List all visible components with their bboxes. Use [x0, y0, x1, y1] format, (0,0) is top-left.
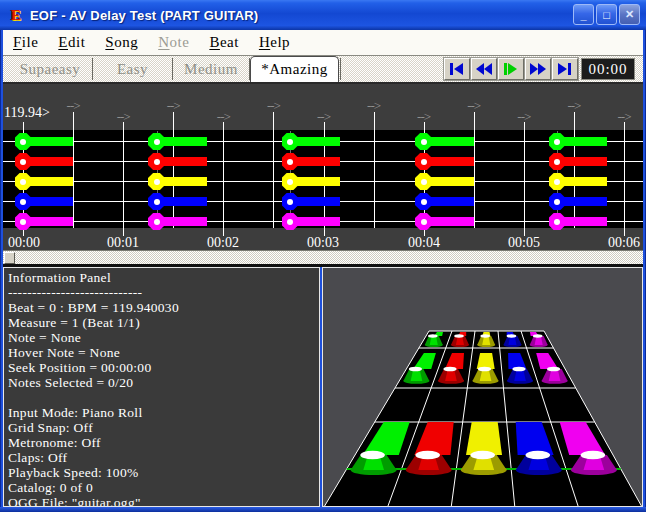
note-gem-center-dot	[20, 179, 26, 185]
gem-top-highlight	[533, 334, 543, 337]
scrollbar-thumb[interactable]	[4, 252, 15, 264]
timeline-label: 00:05	[501, 235, 547, 251]
gem-top-highlight	[581, 451, 606, 460]
title-bar[interactable]: E EOF - AV Delay Test (PART GUITAR) _ □ …	[0, 0, 646, 30]
note-gem-center-dot	[20, 199, 26, 205]
beat-arrow-icon: -->	[611, 111, 637, 122]
tab-easy[interactable]: Easy	[93, 56, 172, 82]
right-triangle-bar-icon	[557, 63, 573, 75]
note-gem[interactable]	[148, 153, 165, 170]
note-gem-center-dot	[421, 199, 427, 205]
beat-arrow-icon: -->	[311, 111, 337, 122]
tab-separator	[249, 58, 250, 80]
menu-item-help[interactable]: Help	[249, 34, 300, 51]
double-left-triangle-icon	[476, 63, 492, 75]
menu-bar: FileEditSongNoteBeatHelp	[3, 30, 643, 56]
time-display: 00:00	[581, 58, 635, 80]
tab-amazing[interactable]: *Amazing	[250, 56, 339, 82]
note-gem[interactable]	[148, 173, 165, 190]
beat-line	[173, 112, 174, 228]
seek-scrollbar[interactable]	[3, 250, 643, 264]
fast-forward-button[interactable]	[525, 58, 551, 80]
note-gem-center-dot	[554, 199, 560, 205]
note-gem[interactable]	[15, 153, 32, 170]
window-bottom-border	[0, 507, 646, 512]
sustain-trail-3d	[466, 422, 502, 455]
beat-line	[574, 112, 575, 228]
tab-medium[interactable]: Medium	[173, 56, 249, 82]
menu-item-song[interactable]: Song	[95, 34, 148, 51]
note-gem[interactable]	[148, 213, 165, 230]
beat-arrow-icon: -->	[461, 100, 487, 111]
gem-top-highlight	[409, 367, 422, 372]
beat-line	[223, 122, 224, 236]
menu-item-file[interactable]: File	[3, 34, 48, 51]
beat-arrow-icon: -->	[260, 100, 286, 111]
beat-line	[73, 112, 74, 228]
beat-line	[273, 112, 274, 228]
menu-item-edit[interactable]: Edit	[48, 34, 95, 51]
beat-arrow-icon: -->	[110, 111, 136, 122]
double-right-triangle-icon	[530, 63, 546, 75]
minimize-button[interactable]: _	[573, 4, 594, 25]
note-gem-center-dot	[20, 139, 26, 145]
note-gem-center-dot	[421, 139, 427, 145]
timeline-label: 00:03	[300, 235, 346, 251]
app-icon: E	[8, 7, 24, 23]
note-gem-center-dot	[154, 179, 160, 185]
bar-right-triangle-icon	[503, 63, 519, 75]
tab-supaeasy[interactable]: Supaeasy	[8, 56, 92, 82]
gem-top-highlight	[547, 367, 560, 372]
beat-arrow-icon: -->	[561, 100, 587, 111]
beat-arrow-icon: -->	[160, 100, 186, 111]
timeline-label: 00:00	[3, 235, 47, 251]
beat-line	[374, 112, 375, 228]
gem-top-highlight	[454, 334, 464, 337]
timeline-label: 00:04	[401, 235, 447, 251]
menu-item-note[interactable]: Note	[148, 34, 199, 51]
gem-top-highlight	[480, 334, 490, 337]
note-gem-center-dot	[287, 139, 293, 145]
fretboard-3d	[323, 268, 642, 506]
tab-separator	[172, 58, 173, 80]
difficulty-tab-strip: 00:00 SupaeasyEasyMedium*Amazing	[3, 56, 643, 84]
go-to-end-button[interactable]	[552, 58, 578, 80]
note-gem-center-dot	[287, 199, 293, 205]
note-gem-center-dot	[20, 159, 26, 165]
note-gem[interactable]	[148, 133, 165, 150]
note-gem-center-dot	[287, 179, 293, 185]
beat-arrow-icon: -->	[411, 111, 437, 122]
go-to-start-button[interactable]	[444, 58, 470, 80]
note-gem-center-dot	[287, 159, 293, 165]
gem-top-highlight	[415, 451, 440, 460]
gem-top-highlight	[360, 451, 385, 460]
menu-item-beat[interactable]: Beat	[199, 34, 249, 51]
3d-preview-panel	[322, 267, 643, 507]
tab-separator	[340, 58, 341, 80]
note-gem[interactable]	[148, 193, 165, 210]
note-gem[interactable]	[15, 213, 32, 230]
note-gem-center-dot	[554, 219, 560, 225]
gem-top-highlight	[470, 451, 495, 460]
timeline-label: 00:01	[100, 235, 146, 251]
timeline-label: 00:02	[200, 235, 246, 251]
maximize-button[interactable]: □	[596, 4, 617, 25]
gem-top-highlight	[443, 367, 456, 372]
note-gem-center-dot	[554, 139, 560, 145]
beat-arrow-icon: -->	[361, 100, 387, 111]
beat-line	[474, 112, 475, 228]
piano-roll-editor[interactable]: 119.94> -->-->-->-->-->-->-->-->-->-->--…	[3, 84, 643, 264]
eof-application-window: E EOF - AV Delay Test (PART GUITAR) _ □ …	[0, 0, 646, 512]
note-gem-center-dot	[154, 219, 160, 225]
beat-arrow-icon: -->	[511, 111, 537, 122]
rewind-button[interactable]	[471, 58, 497, 80]
note-gem[interactable]	[15, 133, 32, 150]
note-gem[interactable]	[15, 173, 32, 190]
note-gem-center-dot	[154, 199, 160, 205]
note-gem[interactable]	[15, 193, 32, 210]
close-button[interactable]: ✕	[619, 4, 640, 25]
play-button[interactable]	[498, 58, 524, 80]
gem-top-highlight	[428, 334, 438, 337]
note-gem-center-dot	[421, 159, 427, 165]
information-panel: Information Panel ----------------------…	[3, 267, 320, 507]
